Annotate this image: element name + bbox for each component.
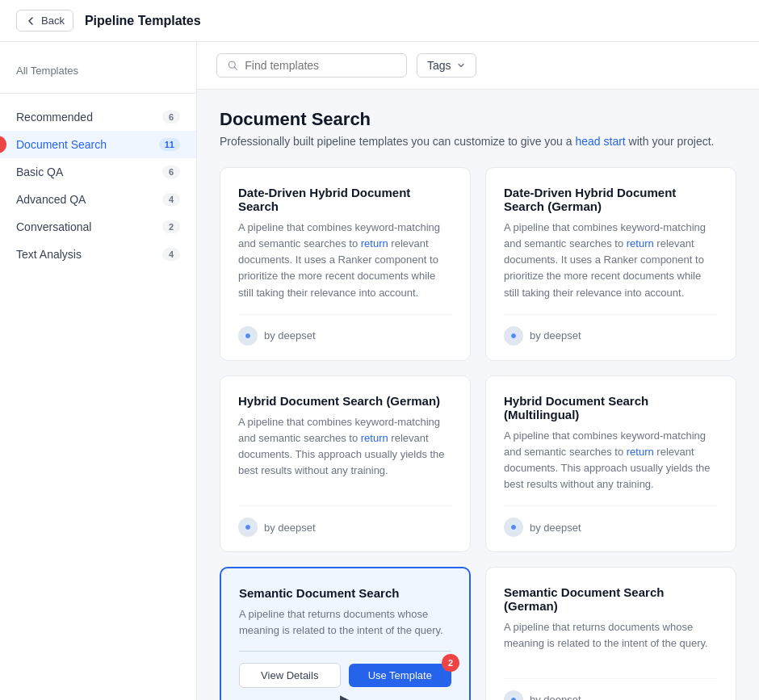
- cards-grid: Date-Driven Hybrid Document Search A pip…: [220, 167, 736, 700]
- card-footer: by deepset: [504, 505, 718, 537]
- card-footer: by deepset: [238, 314, 452, 346]
- page-title: Pipeline Templates: [85, 14, 201, 28]
- content-area: Document Search Professionally built pip…: [197, 90, 759, 700]
- use-template-button[interactable]: Use Template 2: [349, 664, 452, 687]
- card-title: Date-Driven Hybrid Document Search (Germ…: [504, 186, 718, 213]
- sidebar-item-document-search[interactable]: 1 Document Search 11: [0, 131, 196, 158]
- template-card-semantic-search: Semantic Document Search A pipeline that…: [220, 567, 471, 700]
- sidebar-item-label: Advanced QA: [16, 193, 86, 206]
- template-card-hybrid-multilingual: Hybrid Document Search (Multilingual) A …: [485, 375, 736, 553]
- sidebar-item-badge: 4: [162, 248, 180, 261]
- step1-badge: 1: [0, 136, 6, 153]
- sidebar-item-text-analysis[interactable]: Text Analysis 4: [0, 241, 196, 268]
- template-card-date-driven-hybrid-german: Date-Driven Hybrid Document Search (Germ…: [485, 167, 736, 361]
- template-card-hybrid-german: Hybrid Document Search (German) A pipeli…: [220, 375, 471, 553]
- card-title: Hybrid Document Search (German): [238, 394, 452, 408]
- layout: All Templates Recommended 6 1 Document S…: [0, 42, 759, 700]
- search-icon: [227, 59, 238, 72]
- sidebar-item-badge: 4: [162, 193, 180, 206]
- deepset-icon: [238, 518, 258, 537]
- card-desc: A pipeline that returns documents whose …: [239, 606, 451, 639]
- tags-button[interactable]: Tags: [417, 53, 476, 78]
- sidebar-item-advanced-qa[interactable]: Advanced QA 4: [0, 186, 196, 213]
- card-author: by deepset: [530, 522, 581, 534]
- card-title: Date-Driven Hybrid Document Search: [238, 186, 452, 213]
- sidebar-item-badge: 6: [162, 166, 180, 178]
- sidebar-item-label: Document Search: [16, 138, 107, 151]
- sidebar-divider: [0, 93, 196, 94]
- card-author: by deepset: [530, 694, 581, 700]
- card-title: Semantic Document Search (German): [504, 585, 718, 613]
- svg-line-1: [234, 67, 237, 69]
- use-template-label: Use Template: [368, 669, 432, 681]
- back-label: Back: [41, 15, 65, 27]
- card-title: Hybrid Document Search (Multilingual): [504, 394, 718, 421]
- card-desc: A pipeline that combines keyword-matchin…: [238, 220, 452, 301]
- step2-badge: 2: [442, 654, 459, 672]
- card-footer: by deepset: [504, 314, 718, 346]
- sidebar-item-label: Recommended: [16, 111, 93, 124]
- card-desc: A pipeline that returns documents whose …: [504, 619, 718, 664]
- sidebar-item-badge: 2: [162, 220, 180, 233]
- sidebar-item-conversational[interactable]: Conversational 2: [0, 213, 196, 241]
- search-bar-area: Tags: [197, 42, 759, 90]
- sidebar-item-badge: 11: [159, 138, 180, 151]
- section-heading: Document Search: [220, 109, 736, 130]
- tags-label: Tags: [427, 59, 451, 72]
- card-author: by deepset: [264, 522, 316, 534]
- section-subtitle: Professionally built pipeline templates …: [220, 135, 736, 148]
- deepset-icon: [504, 690, 523, 700]
- sidebar-item-basic-qa[interactable]: Basic QA 6: [0, 158, 196, 186]
- deepset-icon: [504, 326, 523, 346]
- cursor-area: ▶: [239, 691, 451, 700]
- deepset-icon: [238, 326, 258, 346]
- card-footer: by deepset: [238, 505, 452, 537]
- sidebar-item-recommended[interactable]: Recommended 6: [0, 103, 196, 131]
- cursor-icon: ▶: [340, 692, 351, 700]
- chevron-down-icon: [456, 61, 466, 70]
- card-desc: A pipeline that combines keyword-matchin…: [504, 220, 718, 301]
- card-author: by deepset: [264, 329, 316, 342]
- search-input-wrap: [216, 53, 407, 78]
- search-input[interactable]: [245, 59, 396, 72]
- template-card-semantic-search-german: Semantic Document Search (German) A pipe…: [485, 567, 736, 700]
- card-desc: A pipeline that combines keyword-matchin…: [238, 414, 452, 493]
- card-title: Semantic Document Search: [239, 586, 451, 600]
- card-desc: A pipeline that combines keyword-matchin…: [504, 428, 718, 493]
- main-content: Tags Document Search Professionally buil…: [197, 42, 759, 700]
- deepset-icon: [504, 518, 523, 537]
- back-arrow-icon: [25, 15, 36, 27]
- sidebar-item-label: Text Analysis: [16, 248, 82, 261]
- back-button[interactable]: Back: [16, 10, 73, 31]
- sidebar-item-label: Basic QA: [16, 166, 63, 178]
- sidebar-item-label: Conversational: [16, 220, 91, 233]
- all-templates-link[interactable]: All Templates: [0, 58, 196, 90]
- sidebar: All Templates Recommended 6 1 Document S…: [0, 42, 197, 700]
- view-details-button[interactable]: View Details: [239, 663, 341, 688]
- sidebar-item-badge: 6: [162, 111, 180, 124]
- card-actions: View Details Use Template 2: [239, 651, 451, 688]
- template-card-date-driven-hybrid: Date-Driven Hybrid Document Search A pip…: [220, 167, 471, 361]
- app-header: Back Pipeline Templates: [0, 0, 759, 42]
- card-author: by deepset: [530, 329, 581, 342]
- card-footer: by deepset: [504, 678, 718, 700]
